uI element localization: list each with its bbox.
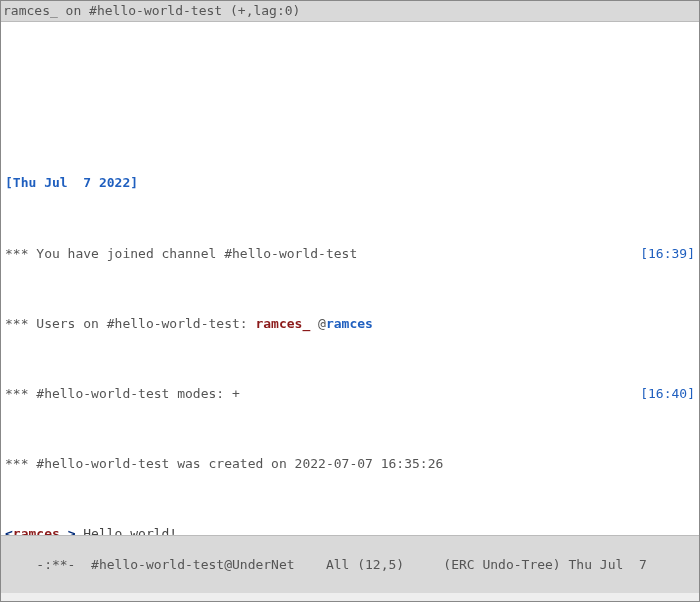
date-header-line: [Thu Jul 7 2022]	[5, 174, 695, 192]
chat-message-line: <ramces_> Hello world!	[5, 525, 695, 535]
blank-line	[5, 108, 695, 122]
mode-line: -:**- #hello-world-test@UnderNet All (12…	[1, 535, 699, 593]
join-message: *** You have joined channel #hello-world…	[5, 245, 640, 263]
nick-separator: @	[310, 316, 326, 331]
system-prefix: ***	[5, 246, 36, 261]
nick-op: ramces	[326, 316, 373, 331]
emacs-window: ramces_ on #hello-world-test (+,lag:0) […	[0, 0, 700, 602]
timestamp: [16:39]	[640, 245, 695, 263]
blank-line	[5, 59, 695, 73]
users-list-line: *** Users on #hello-world-test: ramces_ …	[5, 315, 695, 333]
created-text: #hello-world-test was created on 2022-07…	[36, 456, 443, 471]
message-text: Hello world!	[75, 526, 177, 535]
users-list: *** Users on #hello-world-test: ramces_ …	[5, 315, 695, 333]
system-prefix: ***	[5, 456, 36, 471]
message-nick: ramces_	[13, 526, 68, 535]
angle-open: <	[5, 526, 13, 535]
system-prefix: ***	[5, 316, 36, 331]
join-message-line: *** You have joined channel #hello-world…	[5, 245, 695, 263]
modes-text: #hello-world-test modes: +	[36, 386, 240, 401]
chat-message: <ramces_> Hello world!	[5, 525, 695, 535]
erc-buffer[interactable]: [Thu Jul 7 2022] *** You have joined cha…	[1, 22, 699, 536]
join-text: You have joined channel #hello-world-tes…	[36, 246, 357, 261]
created-line: *** #hello-world-test was created on 202…	[5, 455, 695, 473]
date-header: [Thu Jul 7 2022]	[5, 174, 695, 192]
system-prefix: ***	[5, 386, 36, 401]
minibuffer-area[interactable]	[1, 593, 699, 601]
buffer-title-bar: ramces_ on #hello-world-test (+,lag:0)	[1, 1, 699, 22]
nick-self: ramces_	[255, 316, 310, 331]
mode-line-text: -:**- #hello-world-test@UnderNet All (12…	[36, 557, 654, 572]
users-lead: Users on #hello-world-test:	[36, 316, 255, 331]
timestamp: [16:40]	[640, 385, 695, 403]
modes-line: *** #hello-world-test modes: + [16:40]	[5, 385, 695, 403]
modes-message: *** #hello-world-test modes: +	[5, 385, 640, 403]
created-message: *** #hello-world-test was created on 202…	[5, 455, 695, 473]
